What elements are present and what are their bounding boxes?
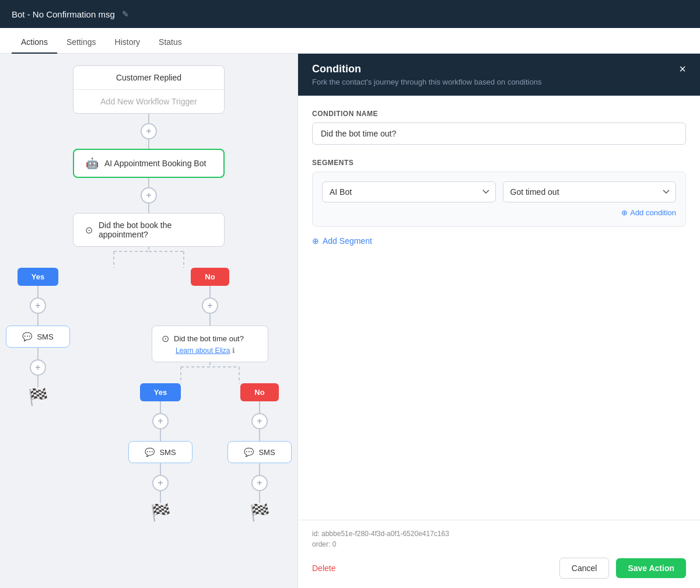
condition-2-label: Did the bot time out? <box>174 334 244 343</box>
main-layout: Customer Replied Add New Workflow Trigge… <box>0 54 700 588</box>
connector-2: + <box>141 178 157 213</box>
add-after-sms-1[interactable]: + <box>30 359 46 376</box>
sms-box-2[interactable]: 💬 SMS <box>128 441 192 463</box>
workflow-title: Bot - No Confirmation msg <box>12 9 115 19</box>
segment-field2-select[interactable]: Got timed out <box>503 181 677 202</box>
no-button-2[interactable]: No <box>240 383 278 401</box>
tab-status[interactable]: Status <box>149 32 191 54</box>
condition-panel-subtitle: Fork the contact's journey through this … <box>312 78 541 86</box>
app-header: Bot - No Confirmation msg ✎ <box>0 0 700 28</box>
branch-lines-1 <box>73 247 225 268</box>
sms-label-3: SMS <box>258 448 275 457</box>
add-yes-step[interactable]: + <box>30 298 46 314</box>
tab-bar: Actions Settings History Status <box>0 28 700 54</box>
bot-action-box[interactable]: 🤖 AI Appointment Booking Bot <box>73 149 225 178</box>
condition-name-input[interactable] <box>312 123 686 145</box>
add-segment-plus: ⊕ <box>312 236 319 246</box>
sms-label-1: SMS <box>37 332 53 341</box>
trigger-box: Customer Replied Add New Workflow Trigge… <box>73 65 225 114</box>
no-branch-col: No + ⊙ Did the bot time out? Learn about… <box>128 268 292 522</box>
info-icon: ℹ <box>232 346 235 355</box>
tab-settings[interactable]: Settings <box>57 32 106 54</box>
branch-lines-2 <box>152 362 268 383</box>
sms-icon-2: 💬 <box>145 447 155 457</box>
segment-card-1: AI Bot Got timed out ⊕ Add condition <box>312 172 686 227</box>
question-icon-1: ⊙ <box>85 225 93 236</box>
question-icon-2: ⊙ <box>162 333 169 344</box>
add-step-1[interactable]: + <box>141 123 157 139</box>
trigger-customer-replied[interactable]: Customer Replied <box>74 66 224 90</box>
add-condition-plus: ⊕ <box>621 208 628 217</box>
sub-branch-row: Yes + 💬 SMS + 🏁 <box>128 383 292 522</box>
add-segment-button[interactable]: ⊕ Add Segment <box>312 236 686 246</box>
tab-history[interactable]: History <box>106 32 150 54</box>
segments-section: SEGMENTS AI Bot Got timed out ⊕ Add cond… <box>312 159 686 246</box>
sms-icon-3: 💬 <box>244 447 254 457</box>
condition-box-2[interactable]: ⊙ Did the bot time out? Learn about Eliz… <box>152 326 268 362</box>
add-condition-link[interactable]: ⊕ Add condition <box>322 208 676 217</box>
yes-sub-branch: Yes + 💬 SMS + 🏁 <box>128 383 192 522</box>
meta-order: order: 0 <box>312 540 686 548</box>
cancel-button[interactable]: Cancel <box>559 558 610 579</box>
yes-button-2[interactable]: Yes <box>140 383 181 401</box>
add-yes2-step[interactable]: + <box>152 413 169 429</box>
branch-row-1: Yes + 💬 SMS + 🏁 No + <box>6 268 292 522</box>
sms-box-3[interactable]: 💬 SMS <box>228 441 292 463</box>
flag-2: 🏁 <box>150 503 171 522</box>
edit-icon[interactable]: ✎ <box>122 9 129 19</box>
condition-box-1[interactable]: ⊙ Did the bot book the appointment? <box>73 213 225 247</box>
no-button-1[interactable]: No <box>191 268 229 286</box>
flag-3: 🏁 <box>250 503 270 522</box>
segment-row-1: AI Bot Got timed out <box>322 181 676 202</box>
sms-label-2: SMS <box>159 448 176 457</box>
no-sub-branch: No + 💬 SMS + 🏁 <box>228 383 292 522</box>
flag-1: 🏁 <box>28 387 48 407</box>
add-no-step[interactable]: + <box>202 298 218 314</box>
add-condition-text: Add condition <box>630 208 676 217</box>
yes-branch-col: Yes + 💬 SMS + 🏁 <box>6 268 70 407</box>
meta-id: id: abbbe51e-f280-4f3d-a0f1-6520e417c163 <box>312 530 686 538</box>
condition-panel-body: CONDITION NAME SEGMENTS AI Bot Got timed… <box>298 96 700 520</box>
connector-1: + <box>141 114 157 149</box>
learn-link[interactable]: Learn about Eliza <box>176 346 230 355</box>
tab-actions[interactable]: Actions <box>12 32 57 54</box>
add-after-sms-3[interactable]: + <box>251 475 268 491</box>
add-after-sms-2[interactable]: + <box>152 475 169 491</box>
segment-field1-select[interactable]: AI Bot <box>322 181 496 202</box>
close-panel-button[interactable]: × <box>679 63 686 75</box>
sms-box-1[interactable]: 💬 SMS <box>6 326 70 348</box>
bot-icon: 🤖 <box>86 157 99 170</box>
condition-name-label: CONDITION NAME <box>312 110 686 118</box>
delete-link[interactable]: Delete <box>312 564 335 573</box>
condition-header: Condition Fork the contact's journey thr… <box>298 54 700 96</box>
yes-button-1[interactable]: Yes <box>18 268 58 286</box>
sms-icon-1: 💬 <box>22 332 32 341</box>
condition-footer: id: abbbe51e-f280-4f3d-a0f1-6520e417c163… <box>298 520 700 588</box>
workflow-canvas: Customer Replied Add New Workflow Trigge… <box>0 54 298 588</box>
add-segment-text: Add Segment <box>323 236 372 246</box>
condition-panel: Condition Fork the contact's journey thr… <box>298 54 700 588</box>
add-trigger[interactable]: Add New Workflow Trigger <box>74 90 224 113</box>
condition-1-label: Did the bot book the appointment? <box>99 220 212 239</box>
add-step-2[interactable]: + <box>141 187 157 204</box>
footer-actions: Delete Cancel Save Action <box>312 558 686 579</box>
condition-panel-title: Condition <box>312 63 541 75</box>
bot-action-label: AI Appointment Booking Bot <box>104 159 206 168</box>
add-no2-step[interactable]: + <box>251 413 268 429</box>
segments-label: SEGMENTS <box>312 159 686 167</box>
save-action-button[interactable]: Save Action <box>616 558 686 578</box>
